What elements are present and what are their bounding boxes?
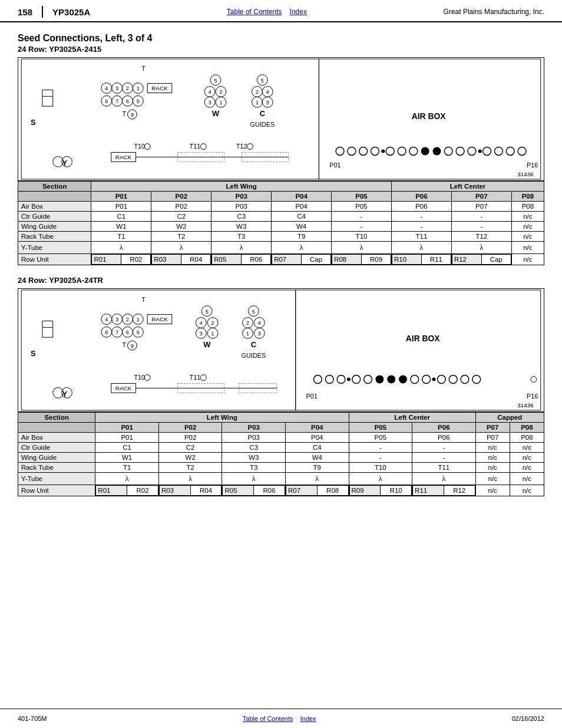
table-row: Rack Tube T1 T2 T3 T9 T10 T11 T12 n/c bbox=[18, 232, 544, 242]
svg-text:9: 9 bbox=[131, 112, 134, 118]
footer-toc-link[interactable]: Table of Contents bbox=[243, 715, 293, 722]
table2-col-p01: P01 bbox=[95, 423, 159, 433]
diagram2-subtitle: 24 Row: YP3025A-24TR bbox=[18, 276, 544, 285]
svg-text:6: 6 bbox=[126, 98, 129, 104]
svg-point-67 bbox=[336, 147, 344, 156]
header-left: 158 YP3025A bbox=[18, 6, 90, 18]
svg-text:2: 2 bbox=[256, 89, 259, 95]
svg-point-76 bbox=[433, 147, 441, 156]
svg-text:GUIDES: GUIDES bbox=[250, 121, 275, 128]
svg-point-159 bbox=[399, 375, 407, 384]
table-row: Row Unit R01R02 R03R04 R05R06 bbox=[18, 485, 544, 496]
svg-text:T: T bbox=[141, 296, 146, 303]
diagram1-subtitle: 24 Row: YP3025A-2415 bbox=[18, 45, 544, 54]
svg-point-68 bbox=[348, 147, 356, 156]
svg-text:P01: P01 bbox=[329, 162, 340, 169]
svg-point-78 bbox=[456, 147, 464, 156]
svg-text:3: 3 bbox=[209, 100, 211, 106]
svg-text:W: W bbox=[212, 109, 220, 118]
footer-index-link[interactable]: Index bbox=[300, 715, 316, 722]
svg-text:2: 2 bbox=[126, 317, 129, 322]
row-label: Air Box bbox=[18, 202, 91, 212]
svg-text:4: 4 bbox=[105, 85, 108, 91]
table2-col-p04: P04 bbox=[285, 423, 349, 433]
svg-point-160 bbox=[411, 375, 419, 384]
svg-point-164 bbox=[449, 375, 457, 384]
svg-point-77 bbox=[444, 147, 452, 156]
index-link[interactable]: Index bbox=[290, 8, 307, 16]
diagram2-svg: S T 4 3 2 1 RACK 8 7 6 5 T bbox=[18, 289, 544, 411]
table1-leftcenter-header: Left Center bbox=[391, 182, 544, 192]
svg-text:5: 5 bbox=[261, 78, 264, 84]
page-footer: 401-705M Table of Contents Index 02/16/2… bbox=[0, 709, 562, 728]
svg-text:W: W bbox=[203, 340, 211, 349]
svg-text:5: 5 bbox=[137, 98, 140, 104]
header-divider bbox=[42, 6, 43, 18]
svg-text:1: 1 bbox=[211, 331, 214, 337]
header-center: Table of Contents Index bbox=[227, 8, 307, 16]
table-row: Ctr Guide C1 C2 C3 C4 - - n/c n/c bbox=[18, 443, 544, 453]
table2-col-p03: P03 bbox=[222, 423, 286, 433]
table2-capped-header: Capped bbox=[475, 413, 544, 423]
svg-text:AIR BOX: AIR BOX bbox=[406, 334, 441, 343]
row-label: Rack Tube bbox=[18, 232, 91, 242]
header-right: Great Plains Manufacturing, Inc. bbox=[444, 8, 544, 16]
svg-point-79 bbox=[468, 147, 476, 156]
svg-text:GUIDES: GUIDES bbox=[242, 352, 266, 359]
table2: Section Left Wing Left Center Capped P01… bbox=[18, 412, 544, 496]
svg-text:31436: 31436 bbox=[517, 171, 534, 177]
svg-point-51 bbox=[200, 144, 206, 150]
table-row: Y-Tube λ λ λ λ λ λ λ n/c bbox=[18, 242, 544, 254]
svg-text:1: 1 bbox=[256, 100, 259, 106]
table2-col-p05: P05 bbox=[349, 423, 412, 433]
svg-text:8: 8 bbox=[105, 330, 108, 335]
svg-point-83 bbox=[506, 147, 514, 156]
footer-date: 02/16/2012 bbox=[512, 715, 544, 722]
svg-text:3: 3 bbox=[200, 331, 203, 337]
svg-text:5: 5 bbox=[252, 309, 255, 315]
svg-text:P16: P16 bbox=[527, 162, 538, 169]
table-row: Wing Guide W1 W2 W3 W4 - - n/c n/c bbox=[18, 453, 544, 463]
svg-text:2: 2 bbox=[246, 320, 249, 326]
svg-text:1: 1 bbox=[137, 85, 140, 91]
page-number: 158 bbox=[18, 7, 32, 17]
svg-text:6: 6 bbox=[126, 330, 129, 335]
svg-point-166 bbox=[472, 375, 481, 384]
svg-point-69 bbox=[359, 147, 368, 156]
svg-text:T: T bbox=[123, 341, 127, 348]
toc-link[interactable]: Table of Contents bbox=[227, 8, 282, 16]
diagram2-box: S T 4 3 2 1 RACK 8 7 6 5 T bbox=[18, 288, 544, 412]
svg-text:4: 4 bbox=[105, 317, 108, 322]
svg-point-158 bbox=[387, 375, 395, 384]
svg-text:9: 9 bbox=[131, 343, 134, 349]
svg-text:T12: T12 bbox=[236, 143, 247, 150]
row-label: Rack Tube bbox=[18, 463, 95, 473]
table1-col-p02: P02 bbox=[151, 192, 211, 202]
row-label: Air Box bbox=[18, 433, 95, 443]
svg-point-153 bbox=[337, 375, 345, 384]
table2-col-p02: P02 bbox=[158, 423, 222, 433]
svg-text:1: 1 bbox=[246, 331, 249, 337]
svg-point-53 bbox=[247, 144, 253, 150]
svg-text:7: 7 bbox=[115, 330, 118, 335]
row-label: Row Unit bbox=[18, 485, 95, 496]
row-label: Wing Guide bbox=[18, 453, 95, 463]
svg-text:T: T bbox=[123, 110, 127, 117]
row-label: Y-Tube bbox=[18, 242, 91, 254]
svg-point-74 bbox=[409, 147, 418, 156]
page-header: 158 YP3025A Table of Contents Index Grea… bbox=[0, 0, 562, 22]
svg-text:5: 5 bbox=[137, 330, 140, 335]
table1-col-p05: P05 bbox=[332, 192, 392, 202]
svg-text:RACK: RACK bbox=[115, 154, 132, 160]
diagram1-box: S T 4 3 2 1 RACK 8 7 6 5 T bbox=[18, 57, 544, 181]
svg-text:2: 2 bbox=[126, 85, 129, 91]
table-row: Rack Tube T1 T2 T3 T9 T10 T11 n/c n/c bbox=[18, 463, 544, 473]
row-label: Y-Tube bbox=[18, 473, 95, 485]
svg-text:RACK: RACK bbox=[151, 85, 168, 91]
svg-point-80 bbox=[478, 150, 482, 153]
svg-text:5: 5 bbox=[206, 309, 209, 315]
svg-text:7: 7 bbox=[115, 98, 118, 104]
table1-leftwing-header: Left Wing bbox=[91, 182, 392, 192]
footer-part-number: 401-705M bbox=[18, 715, 47, 722]
svg-point-161 bbox=[422, 375, 431, 384]
